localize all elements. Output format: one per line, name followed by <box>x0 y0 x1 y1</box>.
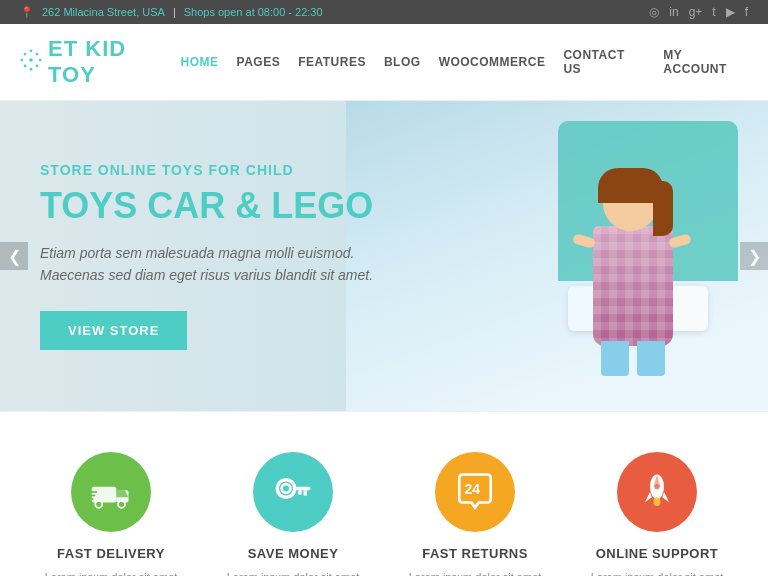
svg-text:24: 24 <box>465 481 481 497</box>
svg-point-17 <box>277 480 295 498</box>
main-nav: HOME PAGES FEATURES BLOG WOOCOMMERCE CON… <box>181 48 748 76</box>
support-title: ONLINE SUPPORT <box>596 546 719 561</box>
svg-point-7 <box>36 52 39 55</box>
social-facebook[interactable]: f <box>745 5 748 19</box>
hero-next-button[interactable]: ❯ <box>740 242 768 270</box>
hero-description: Etiam porta sem malesuada magna molli eu… <box>40 242 382 287</box>
social-youtube[interactable]: ▶ <box>726 5 735 19</box>
hero-prev-button[interactable]: ❮ <box>0 242 28 270</box>
rocket-icon <box>636 471 678 513</box>
returns-title: FAST RETURNS <box>422 546 528 561</box>
social-linkedin[interactable]: in <box>669 5 678 19</box>
svg-point-24 <box>654 497 661 506</box>
svg-point-8 <box>24 64 27 67</box>
nav-pages[interactable]: PAGES <box>237 55 281 69</box>
returns-desc: Lorem ipsum dolor sit amet timeam deleni… <box>395 569 555 576</box>
logo[interactable]: ET KID TOY <box>20 36 181 88</box>
logo-icon <box>20 49 42 76</box>
returns-icon-wrap: 24 <box>435 452 515 532</box>
svg-rect-19 <box>293 487 311 491</box>
svg-rect-21 <box>298 490 302 494</box>
nav-features[interactable]: FEATURES <box>298 55 366 69</box>
feature-money: SAVE MONEY Lorem ipsum dolor sit amet ti… <box>213 452 373 576</box>
hero-title: TOYS CAR & LEGO <box>40 186 382 226</box>
nav-blog[interactable]: BLOG <box>384 55 421 69</box>
svg-point-3 <box>20 58 23 61</box>
svg-point-18 <box>282 484 291 493</box>
svg-point-4 <box>39 58 42 61</box>
svg-point-12 <box>95 501 102 508</box>
location-icon: 📍 <box>20 6 34 19</box>
hero-cta-button[interactable]: VIEW STORE <box>40 311 187 350</box>
svg-rect-20 <box>304 490 308 495</box>
top-bar-left: 📍 262 Milacina Street, USA | Shops open … <box>20 6 323 19</box>
svg-point-5 <box>24 52 27 55</box>
feature-returns: 24 FAST RETURNS Lorem ipsum dolor sit am… <box>395 452 555 576</box>
hero-subtitle: STORE ONLINE TOYS FOR CHILD <box>40 162 382 178</box>
feature-delivery: FAST DELIVERY Lorem ipsum dolor sit amet… <box>31 452 191 576</box>
svg-point-1 <box>30 49 33 52</box>
nav-account[interactable]: MY ACCOUNT <box>663 48 748 76</box>
svg-rect-9 <box>92 487 117 503</box>
support-desc: Lorem ipsum dolor sit amet timeam deleni… <box>577 569 737 576</box>
social-instagram[interactable]: ◎ <box>649 5 659 19</box>
address: 262 Milacina Street, USA <box>42 6 165 18</box>
hero-section: STORE ONLINE TOYS FOR CHILD TOYS CAR & L… <box>0 101 768 411</box>
svg-point-6 <box>36 64 39 67</box>
svg-point-2 <box>30 67 33 70</box>
delivery-icon-wrap <box>71 452 151 532</box>
header: ET KID TOY HOME PAGES FEATURES BLOG WOOC… <box>0 24 768 101</box>
svg-point-0 <box>29 58 33 62</box>
truck-icon <box>90 471 132 513</box>
features-section: FAST DELIVERY Lorem ipsum dolor sit amet… <box>0 411 768 576</box>
feature-support: ONLINE SUPPORT Lorem ipsum dolor sit ame… <box>577 452 737 576</box>
hero-content: STORE ONLINE TOYS FOR CHILD TOYS CAR & L… <box>0 162 422 349</box>
top-bar: 📍 262 Milacina Street, USA | Shops open … <box>0 0 768 24</box>
nav-contact[interactable]: CONTACT US <box>563 48 645 76</box>
svg-point-13 <box>118 501 125 508</box>
delivery-desc: Lorem ipsum dolor sit amet timeam deleni… <box>31 569 191 576</box>
delivery-title: FAST DELIVERY <box>57 546 165 561</box>
money-title: SAVE MONEY <box>248 546 339 561</box>
phone-24-icon: 24 <box>454 471 496 513</box>
separator: | <box>173 6 176 18</box>
hours: Shops open at 08:00 - 22:30 <box>184 6 323 18</box>
key-icon <box>272 471 314 513</box>
social-twitter[interactable]: t <box>712 5 715 19</box>
money-icon-wrap <box>253 452 333 532</box>
top-bar-social: ◎ in g+ t ▶ f <box>649 5 748 19</box>
nav-home[interactable]: HOME <box>181 55 219 69</box>
social-googleplus[interactable]: g+ <box>689 5 703 19</box>
nav-woocommerce[interactable]: WOOCOMMERCE <box>439 55 546 69</box>
svg-point-25 <box>654 484 659 489</box>
logo-text: ET KID TOY <box>48 36 181 88</box>
support-icon-wrap <box>617 452 697 532</box>
money-desc: Lorem ipsum dolor sit amet timeam deleni… <box>213 569 373 576</box>
